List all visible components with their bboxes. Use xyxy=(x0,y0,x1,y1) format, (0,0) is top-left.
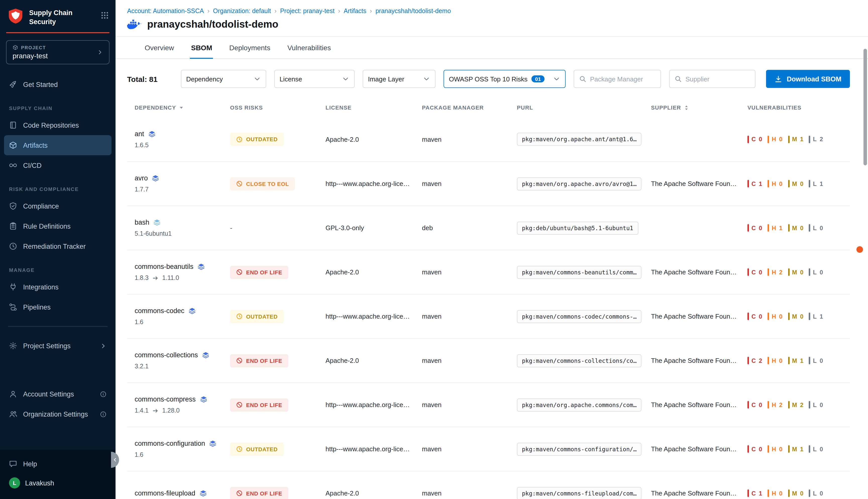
table-row-commons-codec[interactable]: commons-codec1.6OUTDATEDhttp---www.apach… xyxy=(127,294,850,338)
sbom-table: DEPENDENCYOSS RISKSLICENSEPACKAGE MANAGE… xyxy=(127,98,850,499)
vuln-critical-letter: C xyxy=(752,446,756,452)
filter-dropdown-dependency[interactable]: Dependency xyxy=(181,70,266,88)
vuln-low: L0 xyxy=(809,268,823,276)
table-row-commons-collections[interactable]: commons-collections3.2.1END OF LIFEApach… xyxy=(127,338,850,382)
search-input-package-manager[interactable] xyxy=(590,75,655,83)
vuln-critical-bar xyxy=(747,445,749,453)
sidebar-item-integrations[interactable]: Integrations xyxy=(4,277,112,297)
tab-deployments[interactable]: Deployments xyxy=(228,37,271,58)
sidebar-item-label: Get Started xyxy=(23,81,58,88)
app-switcher-grid-icon[interactable] xyxy=(101,12,109,19)
oss-risk-cell: END OF LIFE xyxy=(230,398,325,411)
column-header-label: PURL xyxy=(517,105,533,111)
dependency-name: avro xyxy=(135,174,148,182)
vuln-high-letter: H xyxy=(772,224,776,231)
oss-risk-cell: - xyxy=(230,224,325,232)
table-row-avro[interactable]: avro1.7.7CLOSE TO EOLhttp---www.apache.o… xyxy=(127,161,850,206)
vulnerabilities-cell: C0H2M0L0 xyxy=(747,268,850,276)
oss-risk-cell: OUTDATED xyxy=(230,310,325,323)
tab-vulnerabilities[interactable]: Vulnerabilities xyxy=(286,37,332,58)
vuln-high-bar xyxy=(768,357,769,364)
sidebar-item-label: Pipelines xyxy=(23,303,51,311)
vuln-critical-count: 0 xyxy=(759,401,762,408)
dependency-cell: commons-configuration1.6 xyxy=(135,427,230,471)
repo-icon xyxy=(9,121,17,129)
breadcrumb-link-pranaycshah-todolist-demo[interactable]: pranaycshah/todolist-demo xyxy=(375,8,451,15)
user-menu[interactable]: L Lavakush xyxy=(0,473,115,493)
app-root: Supply Chain Security PROJECT pranay-tes… xyxy=(0,0,868,499)
dependency-name: commons-fileupload xyxy=(135,489,195,497)
sidebar-item-organization-settings[interactable]: Organization Settings xyxy=(4,404,112,424)
search-icon xyxy=(674,75,681,82)
layers-icon xyxy=(188,307,196,315)
vuln-critical-bar xyxy=(747,224,749,232)
sidebar-item-pipelines[interactable]: Pipelines xyxy=(4,297,112,317)
layers-icon xyxy=(153,219,161,226)
package-manager-cell: maven xyxy=(422,135,517,143)
license-value: http---www.apache.org-lice… xyxy=(325,180,410,187)
help-button[interactable]: Help xyxy=(0,455,115,473)
vuln-high: H1 xyxy=(768,224,783,232)
table-row-bash[interactable]: bash5.1-6ubuntu1-GPL-3.0-onlydebpkg:deb/… xyxy=(127,206,850,250)
table-row-ant[interactable]: ant1.6.5OUTDATEDApache-2.0mavenpkg:maven… xyxy=(127,117,850,161)
purl-cell: pkg:deb/ubuntu/bash@5.1-6ubuntu1 xyxy=(517,221,651,234)
filter-dropdown-license[interactable]: License xyxy=(274,70,355,88)
sidebar-item-label: Artifacts xyxy=(23,142,48,149)
package-manager-value: maven xyxy=(422,313,442,320)
layers-icon xyxy=(197,263,205,270)
column-header-supplier[interactable]: SUPPLIER xyxy=(651,104,747,111)
docker-icon xyxy=(127,19,142,30)
sidebar-item-project-settings[interactable]: Project Settings xyxy=(4,336,112,356)
risk-badge-end-of-life: END OF LIFE xyxy=(230,487,288,499)
license-cell: http---www.apache.org-lice… xyxy=(325,313,422,320)
purl-cell: pkg:maven/commons-fileupload/com… xyxy=(517,487,651,499)
oss-risk-cell: OUTDATED xyxy=(230,442,325,455)
filter-dropdown-owasp-oss-top-10-risks[interactable]: OWASP OSS Top 10 Risks01 xyxy=(443,70,565,88)
sidebar-item-compliance[interactable]: Compliance xyxy=(4,196,112,216)
breadcrumb-link-project-pranay-test[interactable]: Project: pranay-test xyxy=(280,8,335,15)
download-sbom-button[interactable]: Download SBOM xyxy=(766,70,850,88)
sidebar-item-account-settings[interactable]: Account Settings xyxy=(4,384,112,404)
package-manager-cell: deb xyxy=(422,224,517,232)
table-row-commons-fileupload[interactable]: commons-fileuploadEND OF LIFEApache-2.0m… xyxy=(127,471,850,499)
purl-cell: pkg:maven/org.apache.avro/avro@1… xyxy=(517,177,651,190)
sidebar-item-artifacts[interactable]: Artifacts xyxy=(4,135,112,155)
tab-bar: OverviewSBOMDeploymentsVulnerabilities xyxy=(115,36,868,59)
breadcrumb-link-account-automation-ssca[interactable]: Account: Automation-SSCA xyxy=(127,8,204,15)
vuln-medium-letter: M xyxy=(792,446,797,452)
sidebar-item-remediation-tracker[interactable]: Remediation Tracker xyxy=(4,236,112,256)
table-row-commons-compress[interactable]: commons-compress1.4.11.28.0END OF LIFEht… xyxy=(127,382,850,427)
project-selector[interactable]: PROJECT pranay-test xyxy=(6,40,110,64)
filter-dropdown-image-layer[interactable]: Image Layer xyxy=(362,70,435,88)
oss-risk-cell: OUTDATED xyxy=(230,133,325,146)
vuln-high-letter: H xyxy=(772,180,776,187)
vuln-low: L1 xyxy=(809,180,823,187)
breadcrumb-separator: › xyxy=(208,8,210,15)
scrollbar-thumb[interactable] xyxy=(864,49,867,165)
license-value: Apache-2.0 xyxy=(325,135,359,143)
app-title-line2: Security xyxy=(29,17,73,26)
dependency-name-row: ant xyxy=(135,130,223,137)
tab-sbom[interactable]: SBOM xyxy=(190,37,213,58)
vulnerabilities-cell: C1H0M0L0 xyxy=(747,489,850,497)
vuln-low-bar xyxy=(809,180,810,187)
breadcrumb-link-artifacts[interactable]: Artifacts xyxy=(344,8,366,15)
filter-count-badge: 01 xyxy=(531,75,544,83)
sidebar-item-rule-definitions[interactable]: Rule Definitions xyxy=(4,216,112,236)
package-manager-cell: maven xyxy=(422,313,517,320)
table-row-commons-beanutils[interactable]: commons-beanutils1.8.31.11.0END OF LIFEA… xyxy=(127,250,850,294)
column-header-dependency[interactable]: DEPENDENCY xyxy=(135,105,230,111)
purl-value: pkg:deb/ubuntu/bash@5.1-6ubuntu1 xyxy=(517,221,638,234)
sidebar-item-get-started[interactable]: Get Started xyxy=(4,74,112,95)
oss-risk-cell: END OF LIFE xyxy=(230,354,325,367)
sidebar-item-code-repositories[interactable]: Code Repositories xyxy=(4,115,112,135)
breadcrumb-link-organization-default[interactable]: Organization: default xyxy=(213,8,271,15)
vuln-critical: C0 xyxy=(747,268,762,276)
tab-overview[interactable]: Overview xyxy=(144,37,175,58)
sidebar-item-ci-cd[interactable]: CI/CD xyxy=(4,155,112,175)
search-input-supplier[interactable] xyxy=(685,75,750,83)
dependency-cell: commons-collections3.2.1 xyxy=(135,339,230,382)
user-icon xyxy=(9,390,17,398)
vuln-critical-letter: C xyxy=(752,357,756,364)
table-row-commons-configuration[interactable]: commons-configuration1.6OUTDATEDhttp---w… xyxy=(127,427,850,471)
